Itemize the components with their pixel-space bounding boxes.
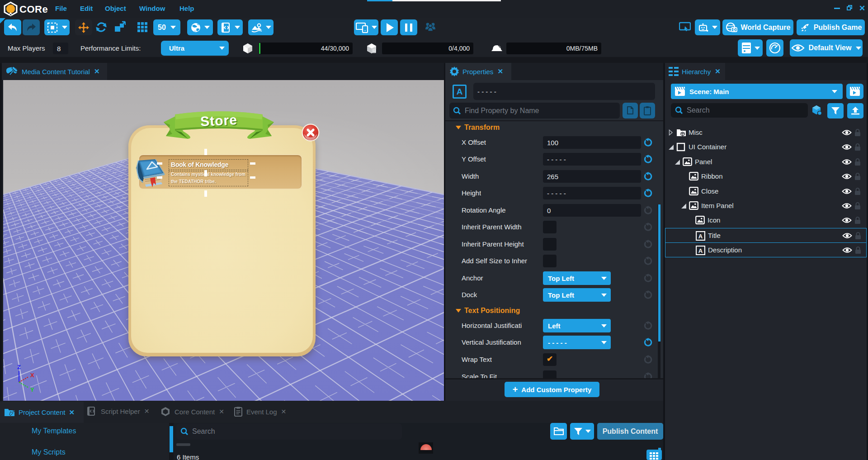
svg-text:X: X: [30, 372, 34, 379]
svg-text:Z: Z: [17, 364, 21, 370]
svg-text:Y: Y: [30, 386, 34, 393]
svg-text:CORe: CORe: [19, 4, 48, 15]
svg-text:Store: Store: [200, 112, 237, 129]
svg-text:A: A: [698, 247, 703, 254]
svg-text:A: A: [698, 233, 703, 240]
